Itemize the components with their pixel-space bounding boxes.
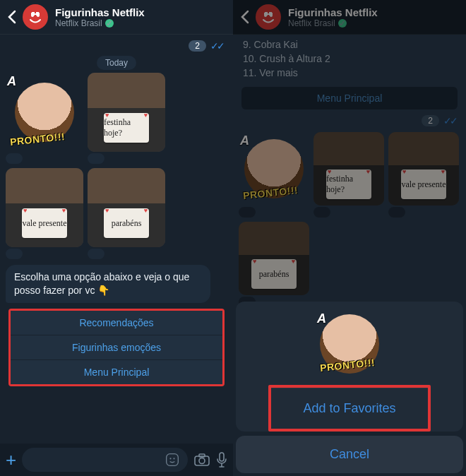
read-checks-icon: ✓✓ [443,115,456,126]
chat-body: 2 ✓✓ Today A PRONTO!!! festinha hoje? [0,35,233,476]
input-bar: + [0,444,233,476]
mic-icon[interactable] [216,452,227,468]
chat-header: Figurinhas Netflix Netflix Brasil ✓ [0,0,233,35]
sign-parabens: parabéns [251,259,297,289]
option-buttons: Recomendações Figurinhas emoções Menu Pr… [8,309,225,386]
svg-point-10 [270,14,273,17]
date-pill: Today [97,56,136,70]
svg-point-6 [199,458,205,464]
header-titles: Figurinhas Netflix Netflix Brasil ✓ [55,6,145,28]
sticker-grid-right: A PRONTO!!! festinha hoje? val [239,132,460,307]
sticker-festinha[interactable]: festinha hoje? [313,132,384,206]
sign-parabens: parabéns [104,208,149,238]
unread-badge: 2 [189,40,206,52]
verified-icon: ✓ [105,19,114,28]
sticker-preview-image: A PRONTO!!! [316,310,383,378]
sticker-grid: A PRONTO!!! festinha hoje? vale presente [6,73,227,259]
sign-festinha: festinha hoje? [104,113,149,143]
sticker-time [6,153,23,164]
sticker-pronto[interactable]: A PRONTO!!! [239,132,309,206]
chat-subtitle: Netflix Brasil [55,18,102,28]
menu-principal-button[interactable]: Menu Principal [241,87,458,109]
sticker-pronto-label: PRONTO!!! [9,131,65,148]
read-checks-icon: ✓✓ [210,40,223,52]
cancel-button[interactable]: Cancel [236,436,463,473]
avatar[interactable] [23,4,48,30]
option-menu-principal[interactable]: Menu Principal [11,360,222,384]
sticker-time [239,207,256,218]
unread-badge: 2 [422,115,439,126]
svg-point-4 [173,458,174,459]
chat-subtitle: Netflix Brasil [288,18,335,28]
add-to-favorites-button[interactable]: Add to Favorites [271,388,428,429]
list-item-10: 10. Crush à Altura 2 [239,52,460,66]
bot-message: Escolha uma opção abaixo e veja o que po… [6,265,210,303]
list-item-9: 9. Cobra Kai [239,37,460,52]
sticker-time [6,249,23,259]
sticker-time [388,207,405,218]
back-icon[interactable] [240,10,250,24]
svg-point-3 [169,458,171,459]
option-figurinhas-emocoes[interactable]: Figurinhas emoções [11,335,222,360]
chat-title: Figurinhas Netflix [55,6,145,18]
avatar[interactable] [256,4,281,30]
sticker-parabens[interactable]: parabéns [88,168,165,247]
svg-point-0 [31,14,34,17]
sticker-a-label: A [7,74,16,89]
sticker-preview: A PRONTO!!! [236,302,463,385]
chat-header-right: Figurinhas Netflix Netflix Brasil ✓ [233,0,466,35]
sticker-vale[interactable]: vale presente [388,132,459,206]
chat-title: Figurinhas Netflix [288,6,378,18]
sticker-a-label: A [240,133,249,148]
action-sheet-panel: A PRONTO!!! Add to Favorites [236,302,463,432]
sticker-time [88,153,104,164]
option-recomendacoes[interactable]: Recomendações [11,311,222,335]
sticker-a-label: A [317,311,326,326]
svg-point-1 [37,14,40,17]
sticker-time [88,249,104,259]
sticker-festinha[interactable]: festinha hoje? [88,73,165,152]
message-input[interactable] [22,448,188,472]
sign-festinha: festinha hoje? [326,169,371,199]
list-item-11: 11. Ver mais [239,66,460,80]
svg-point-9 [264,14,267,17]
attach-icon[interactable]: + [6,449,16,471]
sticker-picker-icon[interactable] [165,453,179,467]
sticker-vale[interactable]: vale presente [6,168,83,247]
point-down-icon: 👇 [97,285,109,296]
sign-vale: vale presente [401,169,446,199]
action-sheet: A PRONTO!!! Add to Favorites Cancel [233,302,466,476]
sticker-parabens[interactable]: parabéns [239,222,309,295]
sign-vale: vale presente [22,208,67,238]
verified-icon: ✓ [338,19,347,28]
sticker-time [313,207,330,218]
svg-rect-7 [199,454,205,457]
sticker-pronto[interactable]: A PRONTO!!! [6,73,83,152]
left-pane: Figurinhas Netflix Netflix Brasil ✓ 2 ✓✓… [0,0,233,476]
camera-icon[interactable] [193,453,210,467]
svg-rect-8 [220,453,224,461]
svg-rect-2 [167,454,179,466]
right-pane: Figurinhas Netflix Netflix Brasil ✓ 9. C… [233,0,466,476]
back-icon[interactable] [7,10,17,24]
